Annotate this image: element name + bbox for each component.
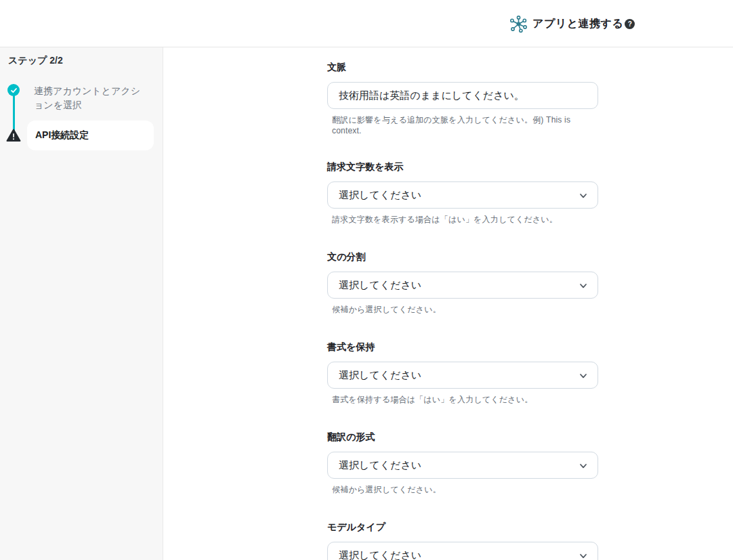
context-input[interactable]: 技術用語は英語のままにしてください。 — [327, 82, 598, 109]
field-helper: 候補から選択してください。 — [332, 304, 598, 316]
field-helper: 翻訳に影響を与える追加の文脈を入力してください。例) This is conte… — [332, 114, 598, 135]
chevron-down-icon — [579, 461, 588, 471]
header-title-group: アプリと連携する ? — [509, 0, 635, 47]
form-field-show-billed-characters: 請求文字数を表示 選択してください 請求文字数を表示する場合は「はい」を入力して… — [327, 161, 598, 225]
sidebar: ステップ 2/2 連携アカウントとアクションを選択 API接続設定 — [0, 47, 163, 560]
field-label: 文脈 — [327, 62, 598, 74]
field-label: 書式を保持 — [327, 341, 598, 353]
field-value: 選択してください — [339, 549, 421, 560]
field-value: 選択してください — [339, 279, 421, 292]
field-label: 翻訳の形式 — [327, 431, 598, 444]
sidebar-step-label: API接続設定 — [35, 129, 89, 142]
sentence-splitting-select[interactable]: 選択してください — [327, 272, 598, 299]
sidebar-step-select-account-action[interactable]: 連携アカウントとアクションを選択 — [34, 84, 144, 112]
field-label: モデルタイプ — [327, 521, 598, 534]
chevron-down-icon — [579, 191, 588, 200]
warning-triangle-icon — [6, 129, 21, 142]
translation-format-select[interactable]: 選択してください — [327, 452, 598, 479]
main-content: 文脈 技術用語は英語のままにしてください。 翻訳に影響を与える追加の文脈を入力し… — [163, 47, 733, 560]
field-helper: 請求文字数を表示する場合は「はい」を入力してください。 — [332, 214, 598, 225]
show-billed-characters-select[interactable]: 選択してください — [327, 181, 598, 209]
form-field-model-type: モデルタイプ 選択してください 候補から選択してください。 — [327, 521, 598, 560]
field-label: 請求文字数を表示 — [327, 161, 598, 173]
molecule-icon — [509, 15, 528, 33]
field-helper: 候補から選択してください。 — [332, 484, 598, 496]
form-field-sentence-splitting: 文の分割 選択してください 候補から選択してください。 — [327, 251, 598, 316]
page: アプリと連携する ? ステップ 2/2 連携アカウントとアクションを選択 API… — [0, 0, 733, 560]
help-icon[interactable]: ? — [625, 19, 635, 29]
chevron-down-icon — [579, 281, 588, 290]
field-value: 技術用語は英語のままにしてください。 — [339, 89, 524, 102]
field-value: 選択してください — [339, 459, 421, 472]
form-field-translation-format: 翻訳の形式 選択してください 候補から選択してください。 — [327, 431, 598, 496]
stepper-connector — [13, 93, 15, 131]
step-counter: ステップ 2/2 — [8, 55, 63, 67]
form-field-context: 文脈 技術用語は英語のままにしてください。 翻訳に影響を与える追加の文脈を入力し… — [327, 62, 598, 135]
field-value: 選択してください — [339, 189, 421, 202]
header: アプリと連携する ? — [0, 0, 733, 47]
page-title: アプリと連携する — [532, 17, 623, 31]
sidebar-step-api-connection-settings[interactable]: API接続設定 — [27, 121, 154, 150]
preserve-formatting-select[interactable]: 選択してください — [327, 362, 598, 389]
form-field-preserve-formatting: 書式を保持 選択してください 書式を保持する場合は「はい」を入力してください。 — [327, 341, 598, 406]
chevron-down-icon — [579, 371, 588, 381]
model-type-select[interactable]: 選択してください — [327, 542, 598, 560]
field-helper: 書式を保持する場合は「はい」を入力してください。 — [332, 394, 598, 406]
chevron-down-icon — [579, 551, 588, 560]
form-fields: 文脈 技術用語は英語のままにしてください。 翻訳に影響を与える追加の文脈を入力し… — [327, 62, 733, 560]
field-label: 文の分割 — [327, 251, 598, 263]
field-value: 選択してください — [339, 369, 421, 382]
